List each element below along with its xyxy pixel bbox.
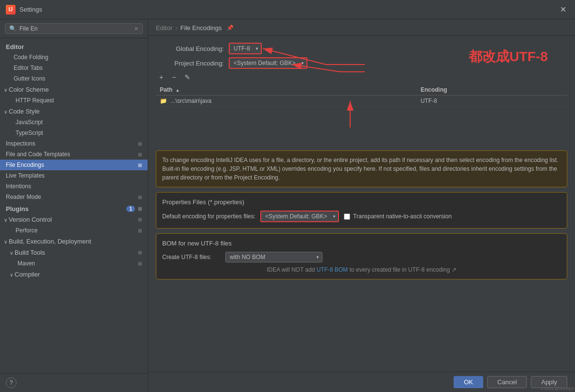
sidebar-item-javascript[interactable]: JavaScript: [0, 117, 148, 128]
sidebar-item-gutter-icons[interactable]: Gutter Icons: [0, 73, 148, 84]
folder-icon: 📁: [160, 98, 167, 104]
content-header: Editor › File Encodings 📌: [148, 19, 575, 36]
settings-dialog: IJ Settings ✕ 🔍 ✕ Editor Code Folding: [0, 0, 575, 392]
plugins-config-icon: ⊞: [138, 206, 142, 212]
breadcrumb-separator: ›: [175, 24, 177, 32]
properties-encoding-label: Default encoding for properties files:: [162, 213, 255, 220]
content-body: Global Encoding: UTF-8 Project Encoding:: [148, 36, 575, 372]
reader-mode-config-icon: ⊞: [138, 195, 142, 200]
search-input[interactable]: [19, 25, 131, 32]
search-clear-button[interactable]: ✕: [134, 26, 138, 32]
sidebar: 🔍 ✕ Editor Code Folding Editor Tabs Gutt…: [0, 19, 148, 392]
maven-config-icon: ⊞: [138, 261, 142, 266]
sidebar-item-maven[interactable]: Maven ⊞: [0, 258, 148, 269]
table-row[interactable]: 📁 ...\src\main\java UTF-8: [156, 96, 567, 107]
path-encoding-table: Path ▲ Encoding 📁: [156, 84, 567, 107]
annotation-container: Global Encoding: UTF-8 Project Encoding:: [156, 43, 567, 146]
breadcrumb-current: File Encodings: [180, 24, 221, 32]
table-encoding-cell: UTF-8: [417, 96, 567, 107]
create-utf8-label: Create UTF-8 files:: [162, 254, 220, 261]
sidebar-item-compiler[interactable]: ∨Compiler: [0, 269, 148, 280]
bottom-bar: OK Cancel Apply: [148, 372, 575, 392]
sidebar-item-file-encodings[interactable]: File Encodings ⊞: [0, 160, 148, 170]
project-encoding-select[interactable]: <System Default: GBK>: [229, 57, 307, 69]
help-area: ?: [0, 373, 148, 392]
sidebar-item-build[interactable]: ∨Build, Execution, Deployment: [0, 236, 148, 247]
bom-section-title: BOM for new UTF-8 files: [162, 240, 561, 247]
path-column-header[interactable]: Path ▲: [156, 84, 417, 96]
sidebar-item-inspections[interactable]: Inspections ⊞: [0, 138, 148, 149]
path-toolbar: + − ✎: [156, 72, 567, 82]
search-input-wrap: 🔍 ✕: [5, 23, 143, 34]
cancel-button[interactable]: Cancel: [487, 376, 527, 388]
sidebar-item-code-folding[interactable]: Code Folding: [0, 52, 148, 63]
sidebar-item-file-code-templates[interactable]: File and Code Templates ⊞: [0, 149, 148, 160]
properties-encoding-select-wrap[interactable]: <System Default: GBK>: [260, 211, 339, 222]
encoding-column-header[interactable]: Encoding: [417, 84, 567, 96]
red-annotation-text: 都改成UTF-8: [469, 49, 548, 64]
remove-path-button[interactable]: −: [169, 72, 179, 82]
help-button[interactable]: ?: [6, 377, 17, 388]
annotation-box: To change encoding IntelliJ IDEA uses fo…: [156, 150, 567, 187]
build-tools-config-icon: ⊞: [138, 250, 142, 255]
edit-path-button[interactable]: ✎: [181, 72, 194, 82]
sidebar-section-plugins[interactable]: Plugins 1 ⊞: [0, 202, 148, 214]
create-utf8-select[interactable]: with NO BOM: [225, 252, 322, 262]
sidebar-section-editor: Editor: [0, 40, 148, 52]
project-encoding-label: Project Encoding:: [156, 60, 224, 67]
sidebar-item-build-tools[interactable]: ∨Build Tools ⊞: [0, 247, 148, 258]
create-utf8-row: Create UTF-8 files: with NO BOM: [162, 252, 561, 262]
sidebar-item-http-request[interactable]: HTTP Request: [0, 95, 148, 106]
bom-link[interactable]: UTF-8 BOM: [317, 266, 348, 273]
sidebar-item-reader-mode[interactable]: Reader Mode ⊞: [0, 192, 148, 202]
bom-note: IDEA will NOT add UTF-8 BOM to every cre…: [162, 266, 561, 273]
perforce-config-icon: ⊞: [138, 228, 142, 233]
inspections-config-icon: ⊞: [138, 141, 142, 147]
plugins-badge: 1: [126, 206, 135, 212]
sidebar-item-version-control[interactable]: ∨Version Control ⊞: [0, 214, 148, 225]
properties-section-title: Properties Files (*.properties): [162, 198, 561, 206]
global-encoding-select-wrap[interactable]: UTF-8: [229, 43, 262, 54]
title-bar-left: IJ Settings: [6, 5, 42, 15]
sidebar-item-editor-tabs[interactable]: Editor Tabs: [0, 63, 148, 73]
global-encoding-label: Global Encoding:: [156, 45, 224, 52]
add-path-button[interactable]: +: [156, 72, 167, 82]
project-encoding-select-wrap[interactable]: <System Default: GBK>: [229, 57, 307, 69]
properties-encoding-select[interactable]: <System Default: GBK>: [260, 211, 339, 222]
breadcrumb-pin: 📌: [227, 25, 234, 31]
ok-button[interactable]: OK: [454, 376, 483, 388]
sidebar-item-live-templates[interactable]: Live Templates: [0, 170, 148, 181]
file-encodings-config-icon: ⊞: [138, 163, 142, 168]
sidebar-item-intentions[interactable]: Intentions: [0, 181, 148, 192]
transparent-conversion-label: Transparent native-to-ascii conversion: [353, 213, 452, 220]
create-utf8-select-wrap[interactable]: with NO BOM: [225, 252, 322, 262]
search-bar: 🔍 ✕: [0, 19, 148, 38]
bom-section: BOM for new UTF-8 files Create UTF-8 fil…: [156, 233, 567, 279]
path-sort-icon: ▲: [175, 88, 180, 93]
transparent-conversion-wrap[interactable]: Transparent native-to-ascii conversion: [344, 213, 452, 220]
search-icon: 🔍: [9, 25, 17, 32]
sidebar-item-color-scheme[interactable]: ∨Color Scheme: [0, 84, 148, 95]
watermark: CSDN @xcLelph: [541, 386, 574, 391]
main-content: Editor › File Encodings 📌 Global Encodin…: [148, 19, 575, 392]
sidebar-item-typescript[interactable]: TypeScript: [0, 128, 148, 138]
version-control-config-icon: ⊞: [138, 217, 142, 222]
sidebar-item-perforce[interactable]: Perforce ⊞: [0, 225, 148, 236]
title-bar: IJ Settings ✕: [0, 0, 575, 19]
global-encoding-select[interactable]: UTF-8: [229, 43, 262, 54]
close-button[interactable]: ✕: [557, 4, 569, 15]
properties-files-section: Properties Files (*.properties) Default …: [156, 192, 567, 229]
transparent-conversion-checkbox[interactable]: [344, 213, 350, 220]
dialog-body: 🔍 ✕ Editor Code Folding Editor Tabs Gutt…: [0, 19, 575, 392]
sidebar-item-code-style[interactable]: ∨Code Style: [0, 106, 148, 117]
breadcrumb-parent: Editor: [156, 24, 172, 32]
sidebar-items: Editor Code Folding Editor Tabs Gutter I…: [0, 38, 148, 373]
properties-encoding-row: Default encoding for properties files: <…: [162, 211, 561, 222]
file-templates-config-icon: ⊞: [138, 152, 142, 157]
app-icon: IJ: [6, 5, 16, 15]
red-annotation-container: 都改成UTF-8: [469, 48, 548, 66]
dialog-title: Settings: [19, 6, 42, 13]
spacer: [156, 107, 567, 146]
